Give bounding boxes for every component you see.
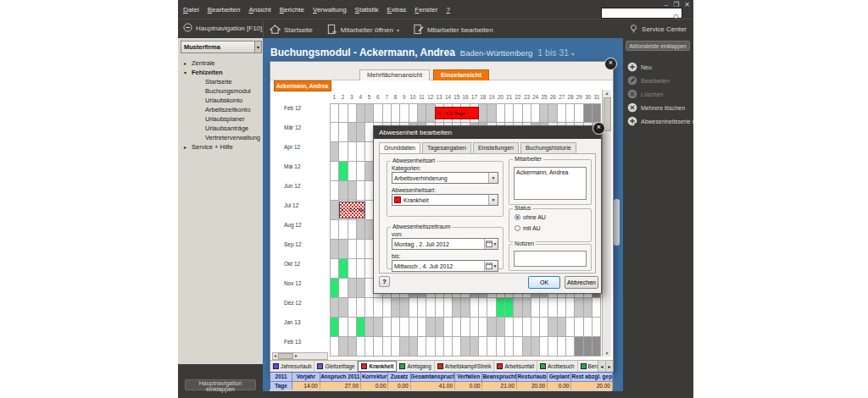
hauptnavigation-collapse-button[interactable]: Hauptnavigation einklappen — [185, 379, 256, 390]
day-cell[interactable] — [365, 298, 374, 317]
category-select[interactable]: Arbeitsverhinderung ▼ — [392, 172, 498, 184]
window-close-button[interactable]: ✕ — [684, 2, 690, 8]
day-cell[interactable] — [331, 142, 339, 161]
day-cell[interactable] — [523, 337, 531, 356]
day-cell[interactable] — [400, 337, 409, 356]
day-cell[interactable] — [357, 104, 365, 122]
day-cell[interactable] — [339, 123, 348, 141]
day-cell[interactable] — [436, 318, 444, 336]
day-cell[interactable] — [331, 220, 339, 239]
day-cell[interactable] — [426, 318, 435, 336]
scroll-down-icon[interactable]: ▼ — [605, 350, 609, 357]
day-cell[interactable] — [331, 298, 339, 317]
employee-listbox[interactable]: Ackermann, Andrea — [514, 167, 587, 200]
day-cell[interactable] — [470, 318, 479, 336]
day-cell[interactable] — [487, 337, 496, 356]
day-cell[interactable] — [400, 104, 409, 122]
sidebar-item-fehlzeiten[interactable]: ▾Fehlzeiten — [178, 68, 263, 77]
day-cell[interactable] — [383, 298, 392, 317]
day-cell[interactable] — [514, 298, 522, 317]
day-cell[interactable] — [558, 318, 566, 336]
day-cell[interactable] — [575, 298, 583, 317]
toolbar-mitarbeiter-bearbeiten[interactable]: Mitarbeiter bearbeiten — [413, 24, 493, 36]
menu-item[interactable]: ? — [446, 6, 449, 14]
menu-bearbeiten[interactable]: Bearbeiten — [208, 6, 241, 14]
day-cell[interactable] — [418, 318, 426, 336]
day-cell[interactable] — [461, 337, 470, 356]
day-cell[interactable] — [548, 298, 557, 317]
day-cell[interactable] — [505, 337, 514, 356]
tab-mehrflaechenansicht[interactable]: Mehrflächenansicht — [359, 69, 430, 80]
company-select[interactable]: Musterfirma ▾ — [181, 41, 262, 53]
tab-einzelansicht[interactable]: Einzelansicht — [433, 69, 489, 80]
day-cell[interactable] — [348, 220, 357, 239]
day-cell[interactable] — [558, 298, 566, 317]
day-cell[interactable] — [523, 318, 531, 336]
day-cell[interactable] — [357, 298, 365, 317]
day-cell[interactable] — [584, 318, 593, 336]
day-cell[interactable] — [436, 337, 444, 356]
day-cell[interactable] — [348, 123, 357, 141]
day-cell[interactable] — [339, 318, 348, 336]
day-cell[interactable] — [357, 181, 365, 200]
day-cell[interactable] — [523, 298, 531, 317]
day-cell[interactable] — [409, 337, 418, 356]
day-cell[interactable] — [514, 104, 522, 122]
day-cell[interactable] — [453, 298, 461, 317]
day-cell[interactable] — [584, 298, 593, 317]
day-cell[interactable] — [426, 104, 435, 122]
day-cell[interactable] — [357, 337, 365, 356]
tab-einstellungen[interactable]: Einstellungen — [473, 142, 519, 153]
day-cell[interactable] — [331, 259, 339, 278]
menu-statistik[interactable]: Statistik — [355, 6, 379, 14]
day-cell[interactable] — [392, 337, 400, 356]
sidebar-item-urlaubskonto[interactable]: Urlaubskonto — [178, 96, 263, 105]
absence-bar[interactable]: K - 5,0 Tage — [435, 107, 478, 119]
day-cell[interactable] — [348, 298, 357, 317]
day-cell[interactable] — [357, 259, 365, 278]
day-cell[interactable] — [548, 104, 557, 122]
day-cell[interactable] — [497, 318, 505, 336]
day-cell[interactable] — [575, 104, 583, 122]
day-cell[interactable] — [558, 104, 566, 122]
day-cell[interactable] — [348, 240, 357, 258]
day-cell[interactable] — [566, 337, 575, 356]
day-cell[interactable] — [479, 318, 487, 336]
day-cell[interactable] — [436, 298, 444, 317]
day-cell[interactable] — [531, 337, 540, 356]
day-cell[interactable] — [348, 181, 357, 200]
service-center-button[interactable]: Service Center — [629, 24, 687, 35]
scroll-up-icon[interactable]: ▲ — [605, 90, 609, 97]
day-cell[interactable] — [470, 298, 479, 317]
day-cell[interactable] — [593, 337, 601, 356]
day-cell[interactable] — [400, 298, 409, 317]
day-cell[interactable] — [348, 104, 357, 122]
day-cell[interactable] — [540, 298, 548, 317]
day-cell[interactable] — [357, 240, 365, 258]
day-cell[interactable] — [426, 298, 435, 317]
search-input[interactable] — [601, 8, 682, 19]
day-cell[interactable] — [331, 201, 339, 219]
day-cell[interactable] — [584, 104, 593, 122]
day-cell[interactable] — [479, 104, 487, 122]
action-abwesenheitsserie-neu[interactable]: Abwesenheitsserie neu — [627, 114, 693, 128]
tab-grunddaten[interactable]: Grunddaten — [379, 142, 420, 154]
day-cell[interactable] — [357, 142, 365, 161]
day-cell[interactable] — [339, 220, 348, 239]
day-cell[interactable] — [400, 318, 409, 336]
legend-krankheit[interactable]: Krankheit — [358, 361, 397, 372]
menu-extras[interactable]: Extras — [387, 6, 407, 14]
tab-tagesangaben[interactable]: Tagesangaben — [422, 142, 471, 153]
day-cell[interactable] — [453, 337, 461, 356]
toolbar-startseite[interactable]: Startseite — [270, 24, 313, 36]
day-cell[interactable] — [470, 337, 479, 356]
day-cell[interactable] — [383, 104, 392, 122]
sidebar-item-buchungsmodul[interactable]: Buchungsmodul — [178, 86, 263, 96]
day-cell[interactable] — [531, 318, 540, 336]
day-cell[interactable] — [348, 337, 357, 356]
legend-arbeitsunfall[interactable]: Arbeitsunfall — [494, 361, 537, 372]
day-cell[interactable] — [540, 318, 548, 336]
chevron-down-icon[interactable]: ▼ — [488, 173, 498, 183]
day-cell[interactable] — [409, 104, 418, 122]
day-cell[interactable] — [418, 104, 426, 122]
